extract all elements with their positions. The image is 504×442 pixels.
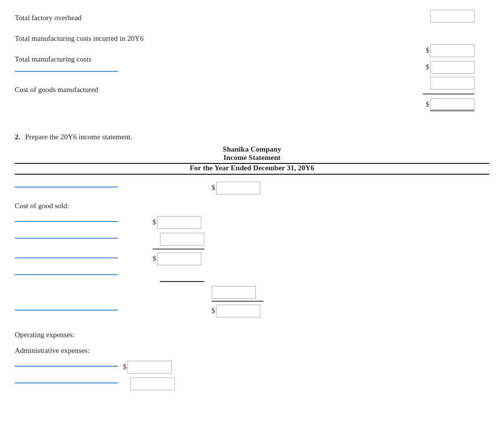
total-factory-overhead-input[interactable] xyxy=(430,10,474,23)
dollar-sign-3: $ xyxy=(426,101,429,109)
total-mfg-costs-incurred-label: Total manufacturing costs incurred in 20… xyxy=(15,34,162,43)
cogs-input-2[interactable] xyxy=(160,233,204,246)
total-mfg-costs-input2[interactable] xyxy=(430,77,474,90)
cogs-input-3[interactable] xyxy=(157,253,201,265)
dollar-sign-cogs-3: $ xyxy=(153,255,156,263)
total-mfg-incurred-input[interactable] xyxy=(430,44,474,57)
dollar-sign-2: $ xyxy=(426,63,429,71)
cost-of-goods-sold-label: Cost of good sold: xyxy=(15,202,153,210)
operating-expenses-label: Operating expenses: xyxy=(15,331,75,339)
statement-title: Income Statement xyxy=(15,154,489,162)
cogs-total-input[interactable] xyxy=(216,305,260,317)
cost-of-goods-mfg-label: Cost of goods manufactured xyxy=(15,86,162,94)
company-name: Shanika Company xyxy=(15,145,489,154)
income-top-input[interactable] xyxy=(216,182,260,194)
admin-input-2[interactable] xyxy=(130,378,175,390)
part2-intro-text: Prepare the 20Y6 income statement. xyxy=(25,133,132,141)
dollar-sign-income-top: $ xyxy=(212,184,215,192)
total-factory-overhead-label: Total factory overhead xyxy=(15,14,162,22)
cost-of-goods-mfg-input[interactable] xyxy=(430,98,474,111)
dollar-sign-cogs-1: $ xyxy=(153,219,156,226)
admin-expenses-label: Administrative expenses: xyxy=(15,347,90,355)
dollar-sign-admin-1: $ xyxy=(123,363,126,371)
total-mfg-costs-label: Total manufacturing costs xyxy=(15,55,162,63)
dollar-sign-1: $ xyxy=(426,47,429,55)
cogs-input-4[interactable] xyxy=(160,269,204,282)
admin-input-1[interactable] xyxy=(127,361,172,374)
part2-number: 2. xyxy=(15,133,20,141)
total-mfg-costs-input1[interactable] xyxy=(430,61,474,74)
cogs-input-1[interactable] xyxy=(157,216,201,229)
dollar-sign-cogs-total: $ xyxy=(212,307,215,315)
cogs-subtotal-input[interactable] xyxy=(212,286,256,299)
date-line: For the Year Ended December 31, 20Y6 xyxy=(15,164,489,175)
